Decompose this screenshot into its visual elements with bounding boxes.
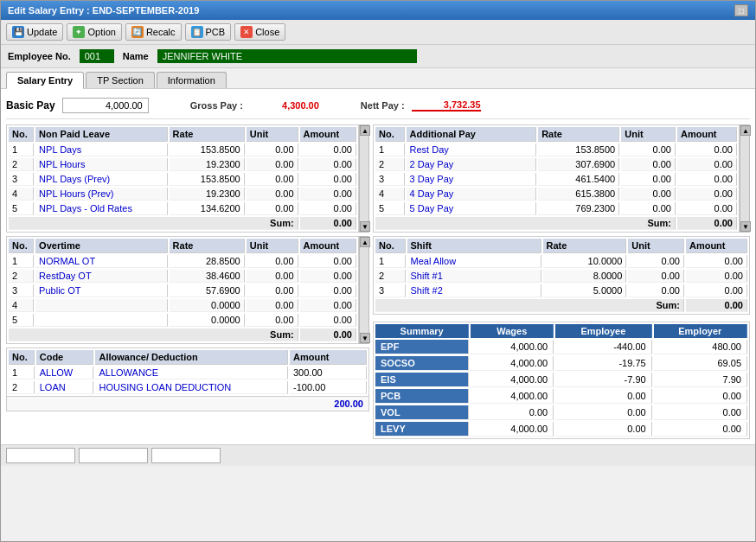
table-row: 4 4 Day Pay 615.3800 0.00 0.00 xyxy=(375,188,737,201)
npl-scroll-up[interactable]: ▲ xyxy=(360,125,370,136)
sum-row-employer: 0.00 xyxy=(654,389,747,404)
minimize-button[interactable]: □ xyxy=(734,4,748,16)
table-row: 2 NPL Hours 19.2300 0.00 0.00 xyxy=(9,158,356,171)
sum-row-employee: -440.00 xyxy=(555,340,651,354)
sum-row-wages: 0.00 xyxy=(471,405,554,420)
bottom-field-3[interactable] xyxy=(151,448,221,463)
table-row: 1 Meal Allow 10.0000 0.00 0.00 xyxy=(375,255,747,268)
update-button[interactable]: 💾 Update xyxy=(6,23,63,41)
npl-row-rate: 153.8500 xyxy=(170,143,245,156)
option-button[interactable]: ✦ Option xyxy=(67,23,121,41)
ap-row-amount: 0.00 xyxy=(677,143,737,156)
table-row: SOCSO 4,000.00 -19.75 69.05 xyxy=(375,356,747,371)
ap-scroll-up[interactable]: ▲ xyxy=(740,125,751,136)
summary-table: Summary Wages Employee Employer EPF 4,00… xyxy=(373,322,750,439)
recalc-button[interactable]: 🔄 Recalc xyxy=(125,23,182,41)
ot-row-amount: 0.00 xyxy=(300,255,356,268)
sh-row-name: Shift #2 xyxy=(407,284,541,297)
ot-scrollbar[interactable]: ▲ ▼ xyxy=(359,236,369,344)
tab-bar: Salary Entry TP Section Information xyxy=(1,68,755,89)
recalc-icon: 🔄 xyxy=(131,26,144,38)
sum-row-label: VOL xyxy=(375,405,469,420)
sh-row-unit: 0.00 xyxy=(628,270,684,283)
ot-row-rate: 0.0000 xyxy=(170,299,245,312)
main-grid: No. Non Paid Leave Rate Unit Amount 1 NP… xyxy=(6,124,750,439)
npl-row-rate: 19.2300 xyxy=(170,158,245,171)
bottom-field-2[interactable] xyxy=(79,448,148,463)
table-row: 5 0.0000 0.00 0.00 xyxy=(9,314,356,327)
table-row: 2 Shift #1 8.0000 0.00 0.00 xyxy=(375,270,747,283)
option-icon: ✦ xyxy=(73,26,85,38)
nett-pay-label: Nett Pay : xyxy=(361,100,405,111)
table-row: EPF 4,000.00 -440.00 480.00 xyxy=(375,340,747,354)
npl-row-name: NPL Hours xyxy=(35,158,167,171)
npl-col-no: No. xyxy=(9,127,34,142)
ot-row-no: 3 xyxy=(9,284,34,297)
ot-row-no: 2 xyxy=(9,270,34,283)
sum-col-summary: Summary xyxy=(375,324,469,338)
recalc-label: Recalc xyxy=(146,27,176,37)
al-col-name: Allowance/ Deduction xyxy=(95,350,288,365)
sh-row-unit: 0.00 xyxy=(628,255,684,268)
sh-row-rate: 10.0000 xyxy=(543,255,627,268)
npl-row-rate: 134.6200 xyxy=(170,202,245,215)
table-row: 4 0.0000 0.00 0.00 xyxy=(9,299,356,312)
ap-scrollbar[interactable]: ▲ ▼ xyxy=(740,124,750,233)
npl-col-unit: Unit xyxy=(247,127,298,142)
close-button[interactable]: ✕ Close xyxy=(234,23,285,41)
npl-row-unit: 0.00 xyxy=(247,188,298,201)
ap-row-no: 2 xyxy=(375,158,405,171)
sh-col-no: No. xyxy=(375,239,406,253)
ot-row-name xyxy=(35,314,167,327)
ot-col-rate: Rate xyxy=(170,239,245,253)
table-row: 3 Public OT 57.6900 0.00 0.00 xyxy=(9,284,356,297)
ot-scroll-down[interactable]: ▼ xyxy=(360,333,370,343)
npl-row-amount: 0.00 xyxy=(300,188,356,201)
npl-col-name: Non Paid Leave xyxy=(35,127,167,142)
sum-row-employee: 0.00 xyxy=(555,389,651,404)
ot-row-unit: 0.00 xyxy=(247,255,298,268)
al-row-no: 2 xyxy=(9,381,35,394)
allowance-table: No. Code Allowance/ Deduction Amount 1 A… xyxy=(7,348,368,396)
ap-scroll-down[interactable]: ▼ xyxy=(740,221,751,232)
al-col-amount: Amount xyxy=(290,350,367,365)
sum-row-employer: 0.00 xyxy=(654,405,747,420)
pcb-button[interactable]: 📋 PCB xyxy=(185,23,232,41)
npl-scroll-down[interactable]: ▼ xyxy=(360,221,370,232)
window-title: Edit Salary Entry : END-SEPTEMBER-2019 xyxy=(8,5,199,16)
ap-col-amount: Amount xyxy=(677,127,737,142)
overtime-section: No. Overtime Rate Unit Amount 1 NORMAL O… xyxy=(6,236,369,344)
npl-row-name: NPL Days xyxy=(35,143,167,156)
sum-row-label: EPF xyxy=(375,340,469,354)
bottom-bar xyxy=(1,444,755,466)
table-row: 1 Rest Day 153.8500 0.00 0.00 xyxy=(375,143,737,156)
bottom-field-1[interactable] xyxy=(6,448,75,463)
npl-row-amount: 0.00 xyxy=(300,158,356,171)
npl-table: No. Non Paid Leave Rate Unit Amount 1 NP… xyxy=(6,124,359,233)
pcb-label: PCB xyxy=(206,27,226,37)
tab-information[interactable]: Information xyxy=(157,72,227,88)
ap-row-unit: 0.00 xyxy=(621,173,676,186)
ot-row-unit: 0.00 xyxy=(247,299,298,312)
table-row: 3 NPL Days (Prev) 153.8500 0.00 0.00 xyxy=(9,173,356,186)
ap-row-amount: 0.00 xyxy=(677,158,737,171)
sum-col-employer: Employer xyxy=(654,324,747,338)
ot-scroll-up[interactable]: ▲ xyxy=(360,237,370,247)
ot-sum-label: Sum: xyxy=(9,328,298,341)
npl-row-amount: 0.00 xyxy=(300,202,356,215)
npl-col-amount: Amount xyxy=(300,127,356,142)
ot-row-amount: 0.00 xyxy=(300,314,356,327)
npl-row-unit: 0.00 xyxy=(247,158,298,171)
sh-row-rate: 5.0000 xyxy=(543,284,627,297)
npl-scrollbar[interactable]: ▲ ▼ xyxy=(359,124,369,233)
sum-row-wages: 4,000.00 xyxy=(471,340,554,354)
sum-row-employer: 69.05 xyxy=(654,356,747,371)
tab-salary-entry[interactable]: Salary Entry xyxy=(6,72,84,89)
ap-row-unit: 0.00 xyxy=(621,202,676,215)
al-col-no: No. xyxy=(9,350,35,365)
sum-row-employee: -7.90 xyxy=(555,373,651,387)
ap-row-amount: 0.00 xyxy=(677,188,737,201)
tab-tp-section[interactable]: TP Section xyxy=(86,72,155,88)
sh-row-amount: 0.00 xyxy=(686,270,747,283)
pcb-icon: 📋 xyxy=(191,26,203,38)
